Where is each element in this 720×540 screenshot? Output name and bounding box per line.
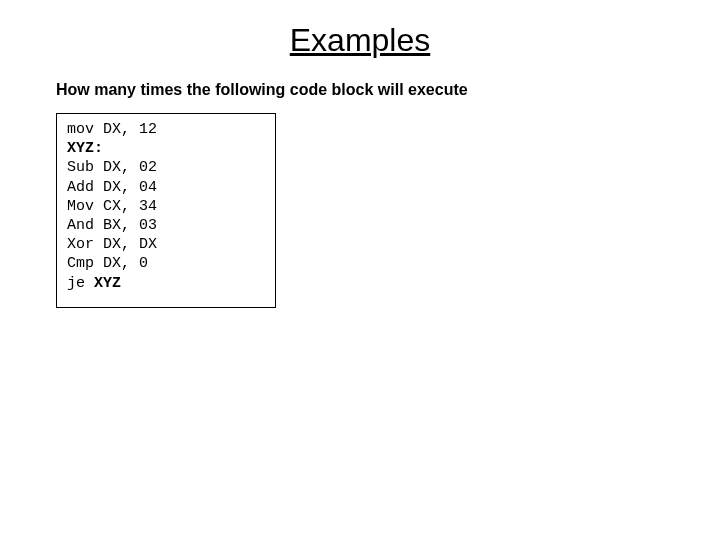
question-text: How many times the following code block …: [56, 81, 720, 99]
code-block: mov DX, 12 XYZ: Sub DX, 02 Add DX, 04 Mo…: [67, 120, 265, 293]
page-title: Examples: [0, 22, 720, 59]
code-line: mov DX, 12: [67, 121, 157, 138]
code-line: Add DX, 04: [67, 179, 157, 196]
code-label-ref: XYZ: [94, 275, 121, 292]
code-line: Mov CX, 34: [67, 198, 157, 215]
code-line: Sub DX, 02: [67, 159, 157, 176]
code-line: Cmp DX, 0: [67, 255, 148, 272]
code-label: XYZ:: [67, 140, 103, 157]
code-line: And BX, 03: [67, 217, 157, 234]
slide: Examples How many times the following co…: [0, 22, 720, 540]
code-line: Xor DX, DX: [67, 236, 157, 253]
code-line: je: [67, 275, 94, 292]
code-box: mov DX, 12 XYZ: Sub DX, 02 Add DX, 04 Mo…: [56, 113, 276, 308]
